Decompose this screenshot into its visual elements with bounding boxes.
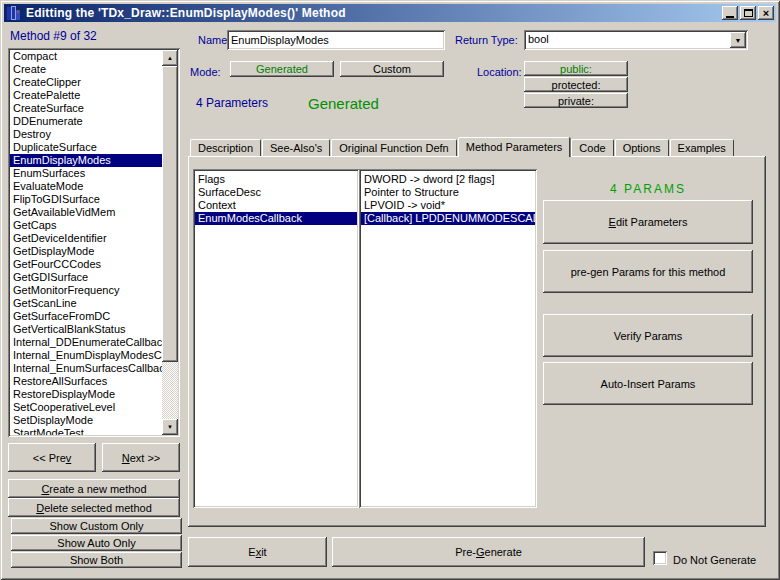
method-list-item[interactable]: Internal_EnumDisplayModesCallback xyxy=(10,349,162,362)
method-list-item[interactable]: RestoreDisplayMode xyxy=(10,388,162,401)
show-auto-only-button[interactable]: Show Auto Only xyxy=(11,535,182,551)
verify-params-button[interactable]: Verify Params xyxy=(543,314,753,357)
arrow-up-icon: ▲ xyxy=(167,55,173,61)
method-list-item[interactable]: GetFourCCCodes xyxy=(10,258,162,271)
method-listbox: CompactCreateCreateClipperCreatePaletteC… xyxy=(8,48,180,437)
minimize-icon xyxy=(726,16,734,18)
do-not-generate-label: Do Not Generate xyxy=(673,554,756,566)
method-list-item[interactable]: SetCooperativeLevel xyxy=(10,401,162,414)
close-button[interactable]: × xyxy=(758,6,774,20)
mode-custom-button[interactable]: Custom xyxy=(340,61,444,77)
method-list-item[interactable]: GetScanLine xyxy=(10,297,162,310)
edit-parameters-button[interactable]: Edit Parameters xyxy=(543,200,753,244)
next-button[interactable]: Next >> xyxy=(102,443,180,472)
param-name-item[interactable]: EnumModesCallback xyxy=(195,212,357,225)
name-label: Name: xyxy=(198,34,230,46)
minimize-button[interactable] xyxy=(722,6,738,20)
return-type-value: bool xyxy=(528,33,549,45)
return-type-label: Return Type: xyxy=(455,34,518,46)
auto-insert-params-button[interactable]: Auto-Insert Params xyxy=(543,362,753,405)
method-list-item[interactable]: EnumSurfaces xyxy=(10,167,162,180)
method-list-item[interactable]: EvaluateMode xyxy=(10,180,162,193)
method-editor-window: Editting the 'TDx_Draw::EnumDisplayModes… xyxy=(0,0,780,580)
location-label: Location: xyxy=(477,66,522,78)
tab[interactable]: Description xyxy=(190,139,261,156)
method-list-scrollbar[interactable]: ▲ ▼ xyxy=(162,50,178,435)
tab[interactable]: Examples xyxy=(670,139,734,156)
method-list-item[interactable]: GetMonitorFrequency xyxy=(10,284,162,297)
method-list-item[interactable]: DDEnumerate xyxy=(10,115,162,128)
method-list-item[interactable]: GetDisplayMode xyxy=(10,245,162,258)
window-title: Editting the 'TDx_Draw::EnumDisplayModes… xyxy=(26,6,720,20)
param-type-item[interactable]: DWORD -> dword [2 flags] xyxy=(361,173,535,186)
delete-method-button[interactable]: Delete selected method xyxy=(8,498,180,517)
scrollbar-thumb[interactable] xyxy=(162,66,178,362)
param-names-listbox: FlagsSurfaceDescContextEnumModesCallback xyxy=(193,169,359,508)
show-custom-only-button[interactable]: Show Custom Only xyxy=(11,518,182,534)
chevron-down-icon: ▼ xyxy=(735,37,742,44)
method-list: CompactCreateCreateClipperCreatePaletteC… xyxy=(10,50,162,435)
pregen-params-button[interactable]: pre-gen Params for this method xyxy=(543,250,753,293)
exit-button[interactable]: Exit xyxy=(188,537,327,567)
mode-generated-button[interactable]: Generated xyxy=(230,61,334,77)
method-list-item[interactable]: Internal_EnumSurfacesCallback xyxy=(10,362,162,375)
method-list-item[interactable]: CreateSurface xyxy=(10,102,162,115)
method-list-item[interactable]: EnumDisplayModes xyxy=(10,154,162,167)
maximize-icon xyxy=(744,9,753,17)
maximize-button[interactable] xyxy=(740,6,756,20)
method-list-item[interactable]: GetSurfaceFromDC xyxy=(10,310,162,323)
method-list-item[interactable]: GetAvailableVidMem xyxy=(10,206,162,219)
param-count-text: 4 Parameters xyxy=(196,96,268,110)
location-public-button[interactable]: public: xyxy=(524,61,628,76)
location-protected-button[interactable]: protected: xyxy=(524,77,628,92)
return-type-dropdown-button[interactable]: ▼ xyxy=(730,32,746,48)
tab[interactable]: Method Parameters xyxy=(458,137,571,157)
title-bar[interactable]: Editting the 'TDx_Draw::EnumDisplayModes… xyxy=(4,4,776,22)
tab[interactable]: Original Function Defn xyxy=(331,139,456,156)
method-list-item[interactable]: SetDisplayMode xyxy=(10,414,162,427)
method-list-item[interactable]: GetDeviceIdentifier xyxy=(10,232,162,245)
method-list-item[interactable]: CreatePalette xyxy=(10,89,162,102)
method-list-item[interactable]: DuplicateSurface xyxy=(10,141,162,154)
method-list-item[interactable]: Create xyxy=(10,63,162,76)
param-count-badge: 4 PARAMS xyxy=(543,182,753,196)
tab[interactable]: Options xyxy=(615,139,669,156)
method-list-item[interactable]: GetCaps xyxy=(10,219,162,232)
scroll-up-button[interactable]: ▲ xyxy=(162,50,178,66)
name-input[interactable] xyxy=(227,30,445,50)
mode-label: Mode: xyxy=(190,66,221,78)
method-list-item[interactable]: Compact xyxy=(10,50,162,63)
param-types-listbox: DWORD -> dword [2 flags]Pointer to Struc… xyxy=(359,169,537,508)
do-not-generate-checkbox[interactable] xyxy=(653,551,667,565)
method-list-item[interactable]: FlipToGDISurface xyxy=(10,193,162,206)
generated-status-text: Generated xyxy=(308,95,379,112)
method-list-item[interactable]: Destroy xyxy=(10,128,162,141)
location-private-button[interactable]: private: xyxy=(524,93,628,108)
method-list-item[interactable]: GetVerticalBlankStatus xyxy=(10,323,162,336)
tab[interactable]: Code xyxy=(571,139,613,156)
param-names-list: FlagsSurfaceDescContextEnumModesCallback xyxy=(195,173,357,506)
prev-button[interactable]: << Prev xyxy=(8,443,96,472)
method-list-item[interactable]: GetGDISurface xyxy=(10,271,162,284)
create-method-button[interactable]: Create a new method xyxy=(8,479,180,498)
param-types-list: DWORD -> dword [2 flags]Pointer to Struc… xyxy=(361,173,535,506)
arrow-down-icon: ▼ xyxy=(167,424,173,430)
pre-generate-button[interactable]: Pre-Generate xyxy=(332,537,645,567)
tab-strip: DescriptionSee-Also'sOriginal Function D… xyxy=(190,136,735,156)
param-type-item[interactable]: LPVOID -> void* xyxy=(361,199,535,212)
close-icon: × xyxy=(763,8,769,18)
method-counter: Method #9 of 32 xyxy=(10,29,97,43)
param-type-item[interactable]: [Callback] LPDDENUMMODESCAL xyxy=(361,212,535,225)
method-list-item[interactable]: Internal_DDEnumerateCallback xyxy=(10,336,162,349)
method-list-item[interactable]: StartModeTest xyxy=(10,427,162,435)
return-type-combobox[interactable]: bool ▼ xyxy=(524,30,748,50)
method-list-item[interactable]: CreateClipper xyxy=(10,76,162,89)
param-type-item[interactable]: Pointer to Structure xyxy=(361,186,535,199)
show-both-button[interactable]: Show Both xyxy=(11,552,182,568)
param-name-item[interactable]: SurfaceDesc xyxy=(195,186,357,199)
scroll-down-button[interactable]: ▼ xyxy=(162,419,178,435)
param-name-item[interactable]: Context xyxy=(195,199,357,212)
param-name-item[interactable]: Flags xyxy=(195,173,357,186)
tab[interactable]: See-Also's xyxy=(262,139,330,156)
method-list-item[interactable]: RestoreAllSurfaces xyxy=(10,375,162,388)
